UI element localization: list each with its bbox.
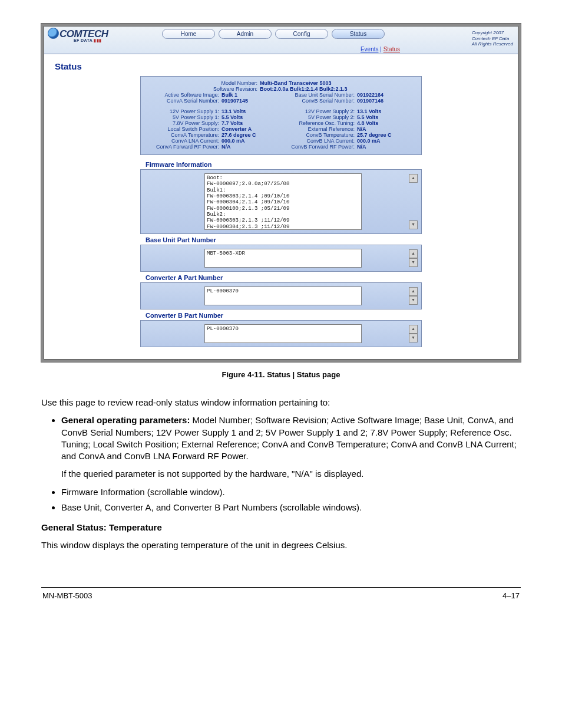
- app-banner: COMTECH EF DATA ▮▮▮ Home Admin Config St…: [44, 27, 518, 54]
- val-ps12-1: 13.1 Volts: [222, 108, 246, 114]
- val-rf-b: N/A: [357, 144, 366, 150]
- lbl-model: Model Number:: [146, 80, 260, 86]
- figure-caption: Figure 4-11. Status | Status page: [41, 370, 521, 379]
- lbl-conva-sn: ConvA Serial Number:: [146, 98, 222, 104]
- lbl-convb-sn: ConvB Serial Number:: [281, 98, 357, 104]
- tab-config[interactable]: Config: [275, 29, 328, 39]
- val-lna-a: 000.0 mA: [222, 138, 245, 144]
- val-rf-a: N/A: [222, 144, 231, 150]
- lbl-ps5-2: 5V Power Supply 2:: [281, 114, 357, 120]
- val-extref: N/A: [357, 126, 366, 132]
- lbl-temp-b: ConvB Temperature:: [281, 132, 357, 138]
- lbl-ps78: 7.8V Power Supply:: [146, 120, 222, 126]
- val-reftune: 4.8 Volts: [357, 120, 378, 126]
- tab-admin[interactable]: Admin: [219, 29, 272, 39]
- main-tabs: Home Admin Config Status: [162, 29, 385, 39]
- scroll-down-icon[interactable]: ▼: [409, 258, 418, 267]
- lbl-lsp: Local Switch Position:: [146, 126, 222, 132]
- bullet-firmware: Firmware Information (scrollable window)…: [61, 486, 521, 498]
- bullet-part-numbers: Base Unit, Converter A, and Converter B …: [61, 502, 521, 513]
- subnav-sep: |: [378, 46, 383, 52]
- lbl-swrev: Software Revision:: [146, 86, 260, 92]
- textarea-base-part[interactable]: MBT-5003-XDR: [204, 249, 362, 268]
- panel-conva-part: PL-0000370 ▲ ▼: [140, 282, 422, 309]
- subnav-events[interactable]: Events: [361, 46, 379, 52]
- scrollbar-firmware[interactable]: ▲ ▼: [409, 174, 416, 229]
- doc-subhead: General Status: Temperature: [41, 522, 521, 533]
- val-lsp: Converter A: [222, 126, 252, 132]
- scrollbar-base[interactable]: ▲ ▼: [409, 249, 416, 267]
- tab-status[interactable]: Status: [332, 29, 385, 39]
- scroll-down-icon[interactable]: ▼: [409, 334, 418, 342]
- scroll-up-icon[interactable]: ▲: [409, 325, 418, 334]
- lbl-lna-a: ConvA LNA Current:: [146, 138, 222, 144]
- lbl-active-img: Active Software Image:: [146, 92, 222, 98]
- lbl-base-sn: Base Unit Serial Number:: [281, 92, 357, 98]
- textarea-conva-part[interactable]: PL-0000370: [204, 286, 362, 305]
- lbl-rf-a: ConvA Forward RF Power:: [146, 144, 222, 150]
- scroll-down-icon[interactable]: ▼: [409, 220, 418, 229]
- sub-nav: Events | Status: [361, 46, 400, 52]
- hdr-base-part: Base Unit Part Number: [146, 236, 416, 243]
- val-temp-a: 27.6 degree C: [222, 132, 256, 138]
- val-conva-sn: 091907145: [222, 98, 248, 104]
- footer-left: MN-MBT-5003: [42, 591, 92, 600]
- lbl-extref: External Reference:: [281, 126, 357, 132]
- val-ps5-2: 5.5 Volts: [357, 114, 378, 120]
- subnav-status[interactable]: Status: [384, 46, 400, 52]
- val-temp-b: 25.7 degree C: [357, 132, 392, 138]
- page-footer: MN-MBT-5003 4–17: [41, 591, 521, 600]
- val-lna-b: 000.0 mA: [357, 138, 381, 144]
- bullet-general-params: General operating parameters: Model Numb…: [61, 414, 521, 462]
- lbl-ps12-1: 12V Power Supply 1:: [146, 108, 222, 114]
- tab-home[interactable]: Home: [162, 29, 215, 39]
- textarea-convb-part[interactable]: PL-0000370: [204, 324, 362, 343]
- scroll-down-icon[interactable]: ▼: [409, 296, 418, 305]
- scroll-up-icon[interactable]: ▲: [409, 249, 418, 258]
- lbl-lna-b: ConvB LNA Current:: [281, 138, 357, 144]
- scroll-up-icon[interactable]: ▲: [409, 287, 418, 296]
- doc-note: If the queried parameter is not supporte…: [61, 468, 521, 480]
- val-model: Multi-Band Transceiver 5003: [260, 80, 332, 86]
- panel-convb-part: PL-0000370 ▲ ▼: [140, 320, 422, 347]
- doc-body: Use this page to review read-only status…: [41, 397, 521, 552]
- val-ps5-1: 5.5 Volts: [222, 114, 243, 120]
- val-swrev: Boot:2.0.0a Bulk1:2.1.4 Bulk2:2.1.3: [260, 86, 348, 92]
- hdr-conva-part: Converter A Part Number: [146, 274, 416, 281]
- scrollbar-conva[interactable]: ▲ ▼: [409, 287, 416, 305]
- copyright: Copyright 2007 Comtech EF Data All Right…: [472, 30, 513, 47]
- footer-right: 4–17: [503, 591, 520, 600]
- lbl-temp-a: ConvA Temperature:: [146, 132, 222, 138]
- hdr-firmware-info: Firmware Information: [146, 161, 416, 168]
- globe-icon: [48, 28, 59, 39]
- val-ps78: 7.7 Volts: [222, 120, 243, 126]
- val-convb-sn: 091907146: [357, 98, 384, 104]
- scroll-up-icon[interactable]: ▲: [409, 174, 418, 183]
- panel-firmware-info: Boot: FW-0000097;2.0.0a;07/25/08 Bulk1: …: [140, 169, 422, 234]
- lbl-reftune: Reference Osc. Tuning:: [281, 120, 357, 126]
- val-ps12-2: 13.1 Volts: [357, 108, 381, 114]
- status-well: Model Number:Multi-Band Transceiver 5003…: [140, 76, 422, 155]
- val-base-sn: 091922164: [357, 92, 384, 98]
- textarea-firmware-info[interactable]: Boot: FW-0000097;2.0.0a;07/25/08 Bulk1: …: [204, 173, 362, 230]
- lbl-ps12-2: 12V Power Supply 2:: [281, 108, 357, 114]
- page-title: Status: [55, 61, 508, 71]
- footer-rule: [41, 587, 521, 588]
- lbl-rf-b: ConvB Forward RF Power:: [281, 144, 357, 150]
- lbl-ps5-1: 5V Power Supply 1:: [146, 114, 222, 120]
- brand-subtext: EF DATA ▮▮▮: [74, 38, 101, 43]
- doc-subbody: This window displays the operating tempe…: [41, 539, 521, 551]
- scrollbar-convb[interactable]: ▲ ▼: [409, 325, 416, 342]
- panel-base-part: MBT-5003-XDR ▲ ▼: [140, 245, 422, 272]
- hdr-convb-part: Converter B Part Number: [146, 312, 416, 319]
- val-active-img: Bulk 1: [222, 92, 237, 98]
- doc-intro: Use this page to review read-only status…: [41, 397, 521, 409]
